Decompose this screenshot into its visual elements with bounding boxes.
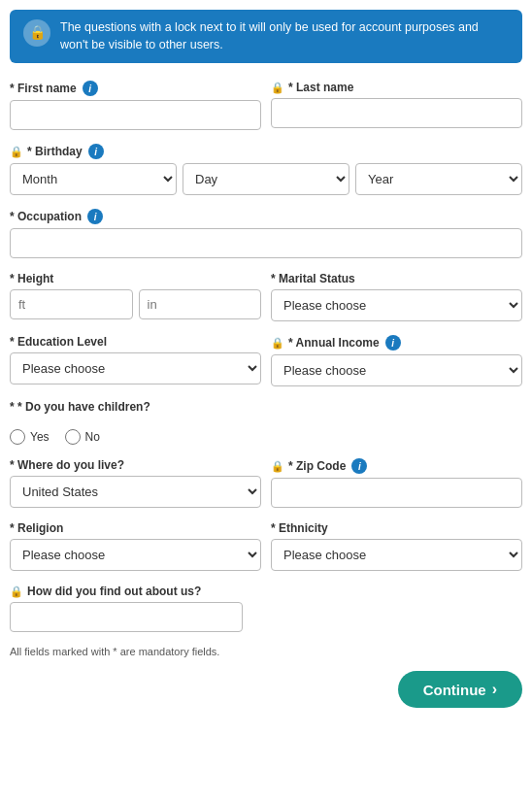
zip-code-col: 🔒 * Zip Code i <box>271 458 522 508</box>
where-live-col: * Where do you live? United States Canad… <box>10 458 261 508</box>
mandatory-note: All fields marked with * are mandatory f… <box>10 646 522 657</box>
height-label: * Height <box>10 272 261 285</box>
first-name-label: * First name i <box>10 81 261 96</box>
how-find-label: 🔒 How did you find out about us? <box>10 585 522 598</box>
ethnicity-select[interactable]: Please choose White/CaucasianBlack/Afric… <box>271 539 522 571</box>
banner-text: The questions with a lock next to it wil… <box>60 19 509 53</box>
income-select[interactable]: Please choose Under $25,000$25,000 - $50… <box>271 354 522 386</box>
birthday-col: 🔒 * Birthday i Month JanuaryFebruaryMarc… <box>10 144 522 195</box>
marital-status-col: * Marital Status Please choose SingleMar… <box>271 272 522 321</box>
height-in-input[interactable] <box>139 289 262 319</box>
how-find-col: 🔒 How did you find out about us? <box>10 585 522 632</box>
income-lock-icon: 🔒 <box>271 337 284 350</box>
birthday-year-select[interactable]: Year 2005200420032002 2001200019991998 1… <box>355 163 522 195</box>
children-yes-radio[interactable] <box>10 429 25 445</box>
last-name-lock-icon: 🔒 <box>271 82 284 94</box>
location-row: * Where do you live? United States Canad… <box>10 458 522 508</box>
occupation-info-icon[interactable]: i <box>87 209 103 224</box>
where-live-select[interactable]: United States CanadaUnited KingdomAustra… <box>10 476 261 508</box>
income-label: 🔒 * Annual Income i <box>271 335 522 351</box>
birthday-selects: Month JanuaryFebruaryMarch AprilMayJune … <box>10 163 522 195</box>
height-marital-row: * Height * Marital Status Please choose … <box>10 272 522 321</box>
children-no-label[interactable]: No <box>65 429 100 445</box>
last-name-col: 🔒 * Last name <box>271 81 522 128</box>
ethnicity-col: * Ethnicity Please choose White/Caucasia… <box>271 521 522 571</box>
marital-status-select[interactable]: Please choose SingleMarriedDivorced Wido… <box>271 289 522 321</box>
zip-code-input[interactable] <box>271 478 522 508</box>
height-inputs <box>10 289 261 319</box>
lock-banner-icon: 🔒 <box>23 19 50 47</box>
how-find-row: 🔒 How did you find out about us? <box>10 585 522 632</box>
how-find-input[interactable] <box>10 602 243 632</box>
name-row: * First name i 🔒 * Last name <box>10 81 522 130</box>
birthday-info-icon[interactable]: i <box>88 144 104 159</box>
zip-info-icon[interactable]: i <box>351 458 367 474</box>
continue-chevron-icon: › <box>492 681 497 698</box>
birthday-lock-icon: 🔒 <box>10 146 23 158</box>
zip-code-label: 🔒 * Zip Code i <box>271 458 522 474</box>
children-label: * * Do you have children? <box>10 400 150 414</box>
education-label: * Education Level <box>10 335 261 349</box>
occupation-label: * Occupation i <box>10 209 522 224</box>
birthday-row: 🔒 * Birthday i Month JanuaryFebruaryMarc… <box>10 144 522 195</box>
continue-button[interactable]: Continue › <box>398 671 522 708</box>
zip-lock-icon: 🔒 <box>271 460 284 473</box>
education-select[interactable]: Please choose High SchoolSome College Ba… <box>10 352 261 384</box>
birthday-month-select[interactable]: Month JanuaryFebruaryMarch AprilMayJune … <box>10 163 177 195</box>
height-col: * Height <box>10 272 261 319</box>
children-radio-group: Yes No <box>10 429 100 445</box>
birthday-day-select[interactable]: Day 1234 5678 9101112 13141516 17181920 … <box>183 163 349 195</box>
children-no-radio[interactable] <box>65 429 81 445</box>
info-banner: 🔒 The questions with a lock next to it w… <box>10 10 522 63</box>
education-income-row: * Education Level Please choose High Sch… <box>10 335 522 386</box>
continue-row: Continue › <box>10 671 522 708</box>
marital-status-label: * Marital Status <box>271 272 522 285</box>
religion-select[interactable]: Please choose ChristianMuslimJewish Hind… <box>10 539 261 571</box>
last-name-label: 🔒 * Last name <box>271 81 522 94</box>
children-yes-label[interactable]: Yes <box>10 429 50 445</box>
birthday-label: 🔒 * Birthday i <box>10 144 522 159</box>
where-live-label: * Where do you live? <box>10 458 261 472</box>
first-name-col: * First name i <box>10 81 261 130</box>
religion-ethnicity-row: * Religion Please choose ChristianMuslim… <box>10 521 522 571</box>
occupation-row: * Occupation i <box>10 209 522 258</box>
last-name-input[interactable] <box>271 98 522 128</box>
occupation-col: * Occupation i <box>10 209 522 258</box>
ethnicity-label: * Ethnicity <box>271 521 522 535</box>
height-ft-input[interactable] <box>10 289 133 319</box>
first-name-input[interactable] <box>10 100 261 130</box>
children-row: * * Do you have children? Yes No <box>10 400 522 445</box>
education-col: * Education Level Please choose High Sch… <box>10 335 261 384</box>
how-find-lock-icon: 🔒 <box>10 585 23 598</box>
religion-col: * Religion Please choose ChristianMuslim… <box>10 521 261 571</box>
income-info-icon[interactable]: i <box>385 335 401 351</box>
income-col: 🔒 * Annual Income i Please choose Under … <box>271 335 522 386</box>
first-name-info-icon[interactable]: i <box>83 81 98 96</box>
religion-label: * Religion <box>10 521 261 535</box>
occupation-input[interactable] <box>10 228 522 258</box>
